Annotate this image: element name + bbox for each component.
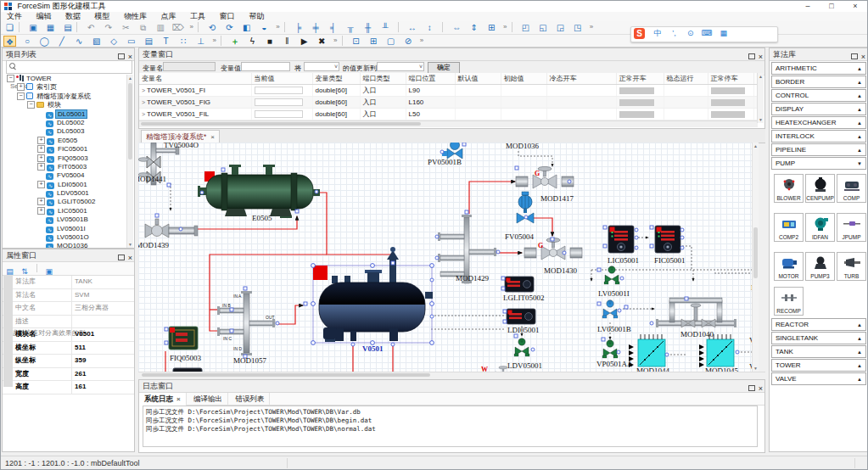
tree-item-module[interactable]: +∿FIC05001 bbox=[4, 145, 128, 154]
rotate-ccw-icon[interactable]: ⟲ bbox=[205, 22, 218, 33]
library-item-idfan[interactable]: IDFAN bbox=[805, 213, 835, 242]
tab-error-list[interactable]: 错误列表 bbox=[230, 393, 270, 405]
delete-icon[interactable]: ⌦ bbox=[171, 22, 184, 33]
target-select[interactable]: ˅ bbox=[377, 62, 424, 71]
instrument-ldi05001[interactable] bbox=[507, 309, 535, 324]
float-panel-icon[interactable] bbox=[851, 53, 858, 59]
variable-value-input[interactable] bbox=[241, 62, 290, 71]
menu-window[interactable]: 窗口 bbox=[214, 12, 241, 21]
sogou-logo-icon[interactable]: S bbox=[634, 28, 645, 39]
property-row[interactable]: 描述FI进料流速对分离效果的影 bbox=[3, 316, 134, 329]
library-item-motor[interactable]: MOTOR bbox=[774, 252, 804, 281]
value-input-cell[interactable] bbox=[255, 87, 304, 94]
menu-edit[interactable]: 编辑 bbox=[31, 12, 58, 21]
tree-item-module[interactable]: ∿LDV05001 bbox=[4, 189, 128, 198]
valve-ldv05001[interactable] bbox=[514, 339, 529, 356]
cut-icon[interactable]: ✂ bbox=[120, 22, 132, 33]
same-height-icon[interactable]: ⇕ bbox=[468, 22, 480, 33]
property-row[interactable]: 中文名三相分离器 bbox=[3, 302, 134, 316]
canvas-label-mod1417[interactable]: MOD1417 bbox=[540, 194, 574, 203]
overflow-chevron[interactable]: » bbox=[503, 21, 507, 32]
confirm-button[interactable]: 确定 bbox=[428, 62, 460, 74]
section-control[interactable]: CONTROL▲ bbox=[771, 89, 866, 102]
canvas-label-fic05001[interactable]: FIC05001 bbox=[654, 256, 686, 265]
property-row[interactable]: 模块名V0501 bbox=[3, 328, 134, 342]
section-interlock[interactable]: INTERLOCK▲ bbox=[771, 130, 866, 143]
canvas-hscrollbar[interactable] bbox=[138, 372, 765, 378]
canvas-label-mod1057[interactable]: MOD1057 bbox=[233, 356, 266, 365]
section-display[interactable]: DISPLAY▲ bbox=[771, 103, 866, 115]
state-button-cell[interactable] bbox=[711, 99, 745, 106]
tree-item-module[interactable]: +∿FIQ05003 bbox=[4, 154, 128, 163]
log-content[interactable]: 同步工况文件 D:\ForceSim\Project\TOWER\Mod\TOW… bbox=[143, 406, 758, 447]
section-heatexchanger[interactable]: HEATEXCHANGER▲ bbox=[771, 116, 866, 129]
condition-select[interactable]: ˅ bbox=[304, 62, 339, 71]
canvas-label-mod1441[interactable]: MOD1441 bbox=[138, 175, 166, 183]
library-item-jpump[interactable]: JPUMP bbox=[837, 213, 866, 242]
zoom-fit-icon[interactable]: ⊡ bbox=[350, 36, 362, 47]
align-middle-icon[interactable]: ╫ bbox=[361, 22, 374, 33]
section-tower[interactable]: TOWER▲ bbox=[771, 359, 866, 372]
close-panel-icon[interactable]: × bbox=[861, 53, 865, 61]
tree-scrollbar[interactable]: ▲ ▼ bbox=[126, 75, 133, 248]
tree-item-module[interactable]: ∿DL05002 bbox=[4, 119, 128, 127]
tree-item-module[interactable]: ∿MOD1036 bbox=[4, 242, 128, 248]
valve-mod1439[interactable] bbox=[145, 219, 198, 238]
paste-icon[interactable]: ▥ bbox=[154, 22, 167, 33]
stop-icon[interactable]: ■ bbox=[263, 36, 276, 47]
ime-chinese-icon[interactable]: 中 bbox=[651, 27, 664, 40]
canvas-tab[interactable]: 精馏塔顶冷凝系统*× bbox=[141, 130, 220, 143]
bring-forward-icon[interactable]: ◲ bbox=[554, 22, 567, 33]
align-center-icon[interactable]: ╪ bbox=[310, 22, 322, 33]
library-item-pump3[interactable]: PUMP3 bbox=[805, 252, 835, 281]
controller-fic05001[interactable] bbox=[655, 226, 680, 253]
add-icon[interactable]: ＋ bbox=[228, 36, 241, 47]
ellipse-tool-icon[interactable]: ◯ bbox=[38, 36, 51, 47]
ime-toolbox-icon[interactable]: ▦ bbox=[717, 27, 730, 40]
image-tool-icon[interactable]: ▧ bbox=[90, 36, 103, 47]
tree-item-module[interactable]: ∿DL05001 bbox=[4, 110, 128, 119]
canvas-label-mod1430[interactable]: MOD1430 bbox=[544, 266, 577, 275]
section-valve[interactable]: VALVE▲ bbox=[771, 372, 866, 385]
save-all-icon[interactable]: ▦ bbox=[44, 22, 57, 33]
text-tool-icon[interactable]: T bbox=[160, 36, 172, 47]
tree-item-module[interactable]: +∿FIT05003 bbox=[4, 163, 128, 171]
tree-item-module[interactable]: ∿DL05003 bbox=[4, 127, 128, 136]
packing-block-mod1045[interactable] bbox=[699, 334, 734, 367]
send-backward-icon[interactable]: ◳ bbox=[571, 22, 584, 33]
manifold-mod1057[interactable] bbox=[217, 291, 275, 355]
ime-punctuation-icon[interactable]: ’, bbox=[668, 27, 680, 40]
bring-to-front-icon[interactable]: ◰ bbox=[519, 22, 532, 33]
section-singletank[interactable]: SINGLETANK▲ bbox=[771, 332, 866, 344]
table-row[interactable]: >TOWER_V0501_FI double[60]入口L90 bbox=[139, 85, 758, 97]
tree-item-condenser-system[interactable]: −精馏塔顶冷凝系统 bbox=[4, 92, 128, 101]
circle-tool-icon[interactable]: ○ bbox=[20, 36, 33, 47]
tree-item-modules-folder[interactable]: −模块 bbox=[4, 101, 128, 109]
same-size-icon[interactable]: ⊞ bbox=[485, 22, 498, 33]
distribute-horizontal-icon[interactable]: ↔ bbox=[406, 22, 418, 33]
property-row[interactable]: 算法名SVM bbox=[3, 289, 134, 303]
distribute-vertical-icon[interactable]: ↕ bbox=[423, 22, 436, 33]
curve-tool-icon[interactable]: ∿ bbox=[73, 36, 86, 47]
terminate-icon[interactable]: ✖ bbox=[316, 36, 328, 47]
zoom-off-icon[interactable]: ⊘ bbox=[401, 36, 414, 47]
float-panel-icon[interactable] bbox=[118, 53, 125, 59]
close-panel-icon[interactable]: × bbox=[759, 384, 763, 393]
control-valve-pv05001b[interactable] bbox=[442, 143, 462, 159]
state-button-cell[interactable] bbox=[619, 87, 655, 94]
state-button-cell[interactable] bbox=[711, 87, 745, 94]
close-panel-icon[interactable]: × bbox=[128, 254, 132, 262]
tree-item-index-page[interactable]: +索引页 bbox=[4, 83, 128, 92]
library-item-comp2[interactable]: COMP2 bbox=[774, 213, 804, 242]
overflow-chevron[interactable]: » bbox=[590, 21, 593, 32]
state-button-cell[interactable] bbox=[711, 111, 745, 118]
canvas-label-fiq05003[interactable]: FIQ05003 bbox=[170, 354, 201, 362]
run-flash-icon[interactable]: ϟ bbox=[246, 36, 259, 47]
property-row[interactable]: 宽度261 bbox=[3, 368, 134, 382]
canvas-vscrollbar[interactable]: ▲ ▼ bbox=[752, 143, 759, 372]
ime-emoji-icon[interactable]: ⊙ bbox=[684, 27, 697, 40]
undo-icon[interactable]: ↶ bbox=[85, 22, 98, 33]
variable-hscrollbar[interactable] bbox=[139, 120, 758, 127]
line-tool-icon[interactable]: ╱ bbox=[55, 36, 68, 47]
valve-lv05001i[interactable] bbox=[604, 266, 619, 284]
